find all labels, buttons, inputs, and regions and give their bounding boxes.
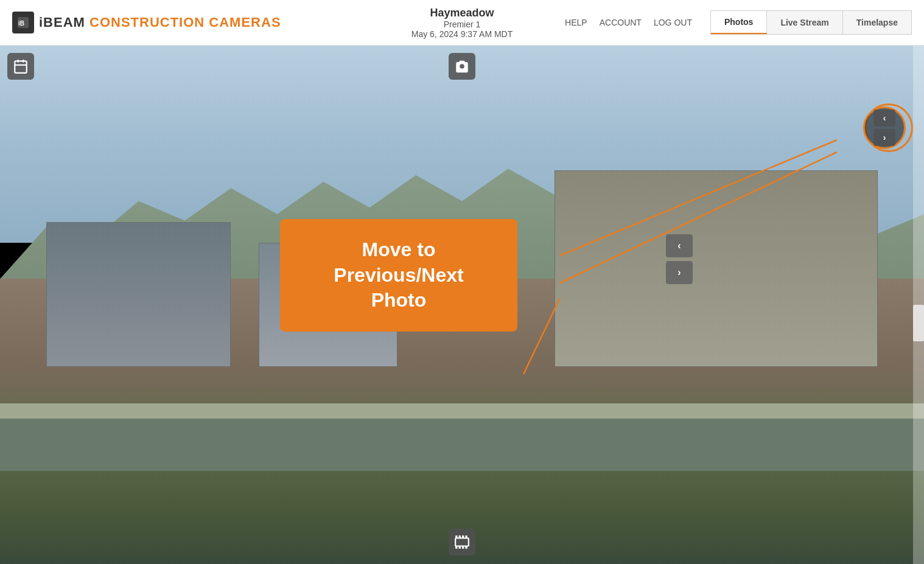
help-link[interactable]: HELP xyxy=(565,18,587,27)
tab-photos[interactable]: Photos xyxy=(711,11,767,34)
svg-rect-10 xyxy=(455,535,457,538)
next-arrow-center[interactable]: › xyxy=(666,261,693,284)
camera-icon-button[interactable] xyxy=(449,53,475,80)
site-sub: Premier 1 xyxy=(411,19,513,29)
svg-rect-17 xyxy=(465,546,467,549)
tab-container: Photos Live Stream Timelapse xyxy=(710,10,912,35)
svg-rect-2 xyxy=(15,61,27,73)
tab-timelapse[interactable]: Timelapse xyxy=(843,11,911,34)
nav-right: HELP ACCOUNT LOG OUT Photos Live Stream … xyxy=(565,10,912,35)
svg-rect-14 xyxy=(455,546,457,549)
callout-line2: Previous/Next xyxy=(334,264,463,286)
circle-arrow-container: ‹ › xyxy=(863,106,906,149)
building-left xyxy=(46,222,231,367)
logo-area: iB iBEAM CONSTRUCTION CAMERAS xyxy=(12,12,281,33)
svg-rect-16 xyxy=(462,546,464,549)
account-link[interactable]: ACCOUNT xyxy=(600,18,642,27)
svg-rect-15 xyxy=(459,546,461,549)
logo-ibeam: iBEAM xyxy=(39,15,85,30)
sidewalk-layer xyxy=(0,403,924,419)
site-name: Haymeadow xyxy=(411,7,513,19)
logout-link[interactable]: LOG OUT xyxy=(654,18,692,27)
nav-links: HELP ACCOUNT LOG OUT xyxy=(565,18,692,27)
tab-livestream[interactable]: Live Stream xyxy=(767,11,842,34)
header: iB iBEAM CONSTRUCTION CAMERAS Haymeadow … xyxy=(0,0,924,46)
scroll-thumb[interactable] xyxy=(913,305,924,341)
logo-text: iBEAM CONSTRUCTION CAMERAS xyxy=(39,15,281,30)
svg-text:iB: iB xyxy=(18,20,24,27)
svg-rect-12 xyxy=(462,535,464,538)
center-nav-arrows: ‹ › xyxy=(666,234,693,284)
logo-icon: iB xyxy=(12,12,34,33)
logo-rest: CONSTRUCTION CAMERAS xyxy=(85,15,281,30)
scrollbar[interactable] xyxy=(913,46,924,564)
nav-arrows-circle: ‹ › xyxy=(863,106,906,149)
tooltip-callout: Move to Previous/Next Photo xyxy=(280,219,517,332)
callout-line3: Photo xyxy=(371,289,427,311)
callout-line1: Move to xyxy=(362,238,436,260)
calendar-button[interactable] xyxy=(7,53,34,80)
prev-arrow-top[interactable]: ‹ xyxy=(873,110,895,127)
callout-text: Move to Previous/Next Photo xyxy=(304,237,493,313)
main-view: ‹ › ‹ › Move to Previous/Next Photo xyxy=(0,46,924,564)
center-info: Haymeadow Premier 1 May 6, 2024 9:37 AM … xyxy=(411,7,513,39)
building-right xyxy=(555,170,878,367)
prev-arrow-center[interactable]: ‹ xyxy=(666,234,693,257)
svg-rect-11 xyxy=(459,535,461,538)
site-date: May 6, 2024 9:37 AM MDT xyxy=(411,29,513,39)
filmstrip-button[interactable] xyxy=(449,529,475,555)
svg-rect-13 xyxy=(465,535,467,538)
next-arrow-top[interactable]: › xyxy=(873,129,895,146)
svg-rect-9 xyxy=(455,538,469,546)
